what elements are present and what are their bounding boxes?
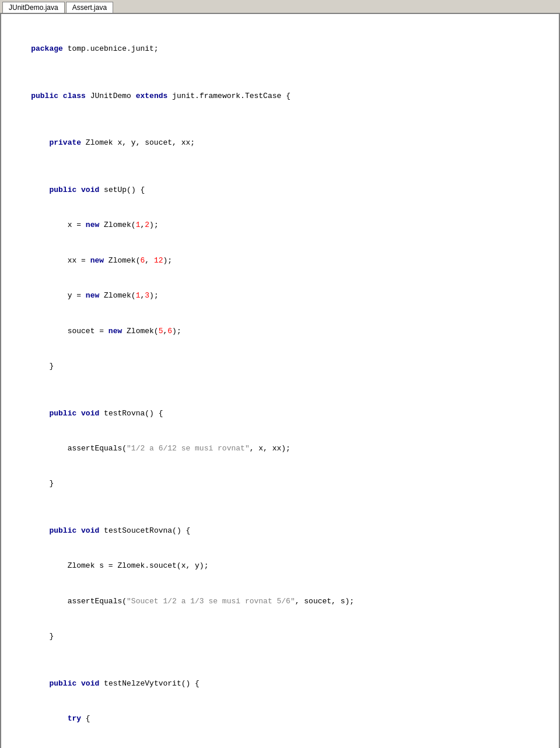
code-line-y: y = new Zlomek(1,3); [13, 278, 547, 313]
code-line-private: private Zlomek x, y, soucet, xx; [13, 125, 547, 160]
code-line-setup: public void setUp() { [13, 173, 547, 208]
code-blank [13, 655, 547, 666]
code-blank [13, 114, 547, 125]
code-line-package: package tomp.ucebnice.junit; [13, 32, 547, 67]
tab-junitdemo[interactable]: JUnitDemo.java [2, 2, 65, 13]
code-line-testnelze: public void testNelzeVytvorit() { [13, 666, 547, 701]
code-line-x: x = new Zlomek(1,2); [13, 208, 547, 243]
code-line-try: try { [13, 701, 547, 736]
code-line-testrovna-close: } [13, 466, 547, 501]
tab-assert[interactable]: Assert.java [66, 2, 113, 13]
tab-bar: JUnitDemo.java Assert.java [0, 0, 560, 14]
code-blank [13, 20, 547, 32]
code-blank [13, 502, 547, 513]
code-blank [13, 384, 547, 396]
code-blank [13, 67, 547, 79]
code-line-assertequals1: assertEquals("1/2 a 6/12 se musi rovnat"… [13, 431, 547, 466]
code-line-testsoucet: public void testSoucetRovna() { [13, 513, 547, 548]
code-blank [13, 161, 547, 173]
kw-package: package [31, 44, 63, 53]
code-editor: package tomp.ucebnice.junit; public clas… [0, 14, 560, 748]
code-line-bad: Zlomek bad = new Zlomek(10,0); [13, 737, 547, 748]
code-line-setup-close: } [13, 349, 547, 384]
code-line-zlomeks: Zlomek s = Zlomek.soucet(x, y); [13, 548, 547, 583]
code-line-testrovna: public void testRovna() { [13, 396, 547, 431]
code-line-class: public class JUnitDemo extends junit.fra… [13, 79, 547, 114]
code-line-xx: xx = new Zlomek(6, 12); [13, 243, 547, 278]
code-line-soucet: soucet = new Zlomek(5,6); [13, 314, 547, 349]
code-line-testsoucet-close: } [13, 619, 547, 654]
code-line-assertequals2: assertEquals("Soucet 1/2 a 1/3 se musi r… [13, 584, 547, 619]
